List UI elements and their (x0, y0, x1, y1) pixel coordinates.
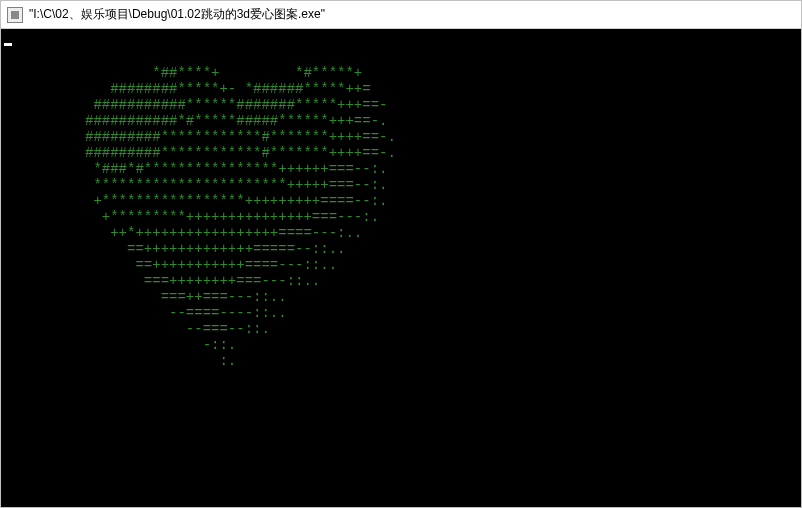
ascii-line: ++*+++++++++++++++++====---:.. (1, 225, 396, 241)
ascii-line: +*****************+++++++++====--:. (1, 193, 396, 209)
ascii-line: ###########*#*****#####******+++==-. (1, 113, 396, 129)
ascii-line: *###*#****************++++++===--:. (1, 161, 396, 177)
ascii-line: :. (1, 353, 396, 369)
ascii-line: #########************#*******++++==-. (1, 129, 396, 145)
console-area: *##****+ *#*****+ ########*****+- *#####… (1, 29, 801, 507)
ascii-line: ########*****+- *######*****++= (1, 81, 396, 97)
app-window: "I:\C\02、娱乐项目\Debug\01.02跳动的3d爱心图案.exe" … (0, 0, 802, 508)
ascii-line: ==+++++++++++====---::.. (1, 257, 396, 273)
titlebar[interactable]: "I:\C\02、娱乐项目\Debug\01.02跳动的3d爱心图案.exe" (1, 1, 801, 29)
window-title: "I:\C\02、娱乐项目\Debug\01.02跳动的3d爱心图案.exe" (29, 6, 325, 23)
ascii-line: ***********************+++++===--:. (1, 177, 396, 193)
ascii-line: ==+++++++++++++=====--::.. (1, 241, 396, 257)
text-cursor (4, 43, 12, 46)
ascii-line: *##****+ *#*****+ (1, 65, 396, 81)
ascii-line: #########************#*******++++==-. (1, 145, 396, 161)
ascii-line: --===--::. (1, 321, 396, 337)
ascii-line: -::. (1, 337, 396, 353)
ascii-line: ===++++++++===---::.. (1, 273, 396, 289)
ascii-line: ###########******#######*****+++==- (1, 97, 396, 113)
app-icon (7, 7, 23, 23)
ascii-heart: *##****+ *#*****+ ########*****+- *#####… (1, 65, 396, 369)
ascii-line: --====----::.. (1, 305, 396, 321)
ascii-line: ===++===---::.. (1, 289, 396, 305)
ascii-line: +*********+++++++++++++++===---:. (1, 209, 396, 225)
